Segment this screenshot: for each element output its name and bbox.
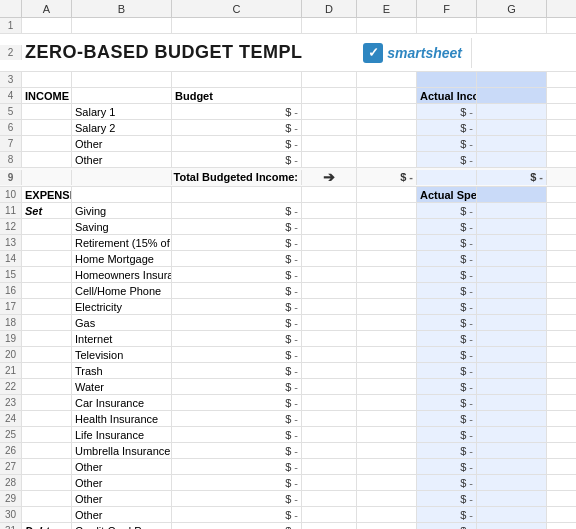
rownum-31: 31 [0,523,22,529]
cell-13f [357,235,417,250]
cell-19d: $ - [172,331,302,346]
cell-3b [22,72,72,87]
cell-9c [72,170,172,185]
cell-6f [357,120,417,135]
row-3: 3 [0,72,576,88]
rownum-2: 2 [0,45,22,60]
cell-24h [477,411,547,426]
row-22: 22 Water $ - $ - [0,379,576,395]
cell-4h [477,88,547,103]
cell-6b [22,120,72,135]
cell-1c [72,18,172,33]
cell-14h [477,251,547,266]
rownum-20: 20 [0,347,22,362]
col-header-f: F [417,0,477,17]
cell-21c: Trash [72,363,172,378]
rownum-18: 18 [0,315,22,330]
rownum-22: 22 [0,379,22,394]
cell-9g [417,170,477,185]
cell-9h: $ - [477,170,547,185]
row-28: 28 Other $ - $ - [0,475,576,491]
cell-20c: Television [72,347,172,362]
cell-25b [22,427,72,442]
rownum-29: 29 [0,491,22,506]
page-title: ZERO-BASED BUDGET TEMPLATE [25,42,302,63]
cell-31g: $ - [417,523,477,529]
row-14: 14 Home Mortgage $ - $ - [0,251,576,267]
cell-1h [477,18,547,33]
cell-11c: Giving [72,203,172,218]
cell-10e [302,187,357,202]
cell-7c: Other [72,136,172,151]
cell-25e [302,427,357,442]
cell-12c: Saving [72,219,172,234]
cell-2logo: ✓ smartsheet [302,38,472,68]
cell-8h [477,152,547,167]
cell-29d: $ - [172,491,302,506]
cell-26h [477,443,547,458]
cell-27e [302,459,357,474]
actual-spent-header: Actual Spent [420,189,477,201]
cell-14d: $ - [172,251,302,266]
row-21: 21 Trash $ - $ - [0,363,576,379]
cell-28g: $ - [417,475,477,490]
cell-20d: $ - [172,347,302,362]
cell-5g: $ - [417,104,477,119]
cell-3g [417,72,477,87]
cell-23g: $ - [417,395,477,410]
cell-12b [22,219,72,234]
rownum-26: 26 [0,443,22,458]
cell-21e [302,363,357,378]
cell-15f [357,267,417,282]
cell-5c: Salary 1 [72,104,172,119]
cell-30c: Other [72,507,172,522]
rownum-7: 7 [0,136,22,151]
cell-4g: Actual Income [417,88,477,103]
cell-19g: $ - [417,331,477,346]
rownum-11: 11 [0,203,22,218]
cell-7b [22,136,72,151]
cell-13d: $ - [172,235,302,250]
rownum-4: 4 [0,88,22,103]
cell-5h [477,104,547,119]
cell-26g: $ - [417,443,477,458]
budget-header: Budget [175,90,213,102]
cell-27f [357,459,417,474]
cell-4e [302,88,357,103]
cell-16e [302,283,357,298]
dollar-5d: $ [285,106,291,118]
rownum-5: 5 [0,104,22,119]
cell-5e [302,104,357,119]
rownum-24: 24 [0,411,22,426]
cell-10d [172,187,302,202]
cell-7h [477,136,547,151]
actual-income-header: Actual Income [420,90,477,102]
row-6: 6 Salary 2 $ - $ - [0,120,576,136]
cell-16h [477,283,547,298]
cell-18c: Gas [72,315,172,330]
cell-9d: Total Budgeted Income: [172,170,302,185]
cell-29h [477,491,547,506]
row-24: 24 Health Insurance $ - $ - [0,411,576,427]
cell-26c: Umbrella Insurance [72,443,172,458]
cell-20f [357,347,417,362]
cell-22h [477,379,547,394]
dash-5d: - [294,106,298,118]
income-label: INCOME [25,90,69,102]
cell-25d: $ - [172,427,302,442]
row-26: 26 Umbrella Insurance $ - $ - [0,443,576,459]
cell-8e [302,152,357,167]
rownum-9: 9 [0,170,22,185]
rownum-10: 10 [0,187,22,202]
cell-1b [22,18,72,33]
row-8: 8 Other $ - $ - [0,152,576,168]
cell-3c [72,72,172,87]
cell-28h [477,475,547,490]
set-label: Set [25,205,42,217]
cell-23c: Car Insurance [72,395,172,410]
rownum-8: 8 [0,152,22,167]
cell-17f [357,299,417,314]
cell-20g: $ - [417,347,477,362]
cell-27c: Other [72,459,172,474]
cell-7e [302,136,357,151]
